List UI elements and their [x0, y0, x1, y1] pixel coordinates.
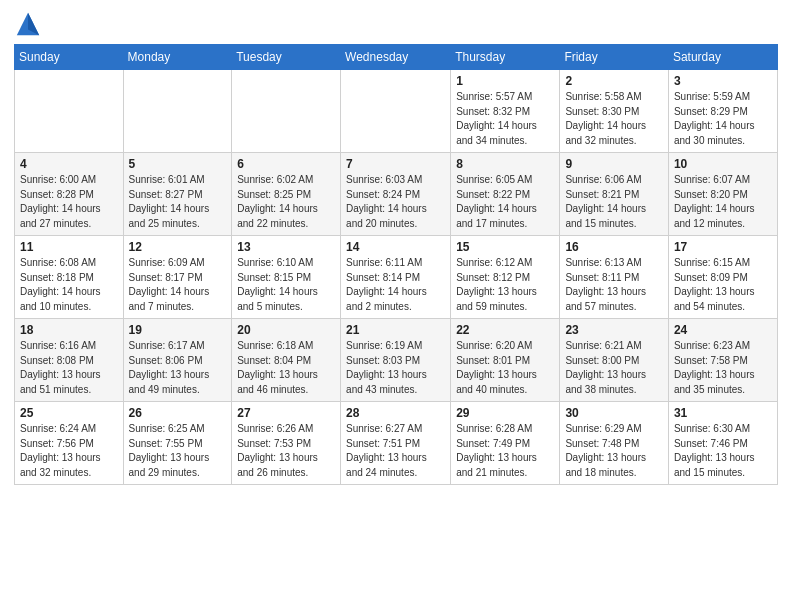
day-info: Sunrise: 5:59 AMSunset: 8:29 PMDaylight:… — [674, 90, 772, 148]
calendar-row-3: 18Sunrise: 6:16 AMSunset: 8:08 PMDayligh… — [15, 319, 778, 402]
day-number: 26 — [129, 406, 227, 420]
calendar-cell: 29Sunrise: 6:28 AMSunset: 7:49 PMDayligh… — [451, 402, 560, 485]
weekday-header-thursday: Thursday — [451, 45, 560, 70]
day-number: 7 — [346, 157, 445, 171]
day-info: Sunrise: 6:15 AMSunset: 8:09 PMDaylight:… — [674, 256, 772, 314]
day-info: Sunrise: 6:05 AMSunset: 8:22 PMDaylight:… — [456, 173, 554, 231]
calendar-cell: 10Sunrise: 6:07 AMSunset: 8:20 PMDayligh… — [668, 153, 777, 236]
day-number: 25 — [20, 406, 118, 420]
day-info: Sunrise: 5:57 AMSunset: 8:32 PMDaylight:… — [456, 90, 554, 148]
day-info: Sunrise: 6:26 AMSunset: 7:53 PMDaylight:… — [237, 422, 335, 480]
day-info: Sunrise: 6:07 AMSunset: 8:20 PMDaylight:… — [674, 173, 772, 231]
day-info: Sunrise: 6:23 AMSunset: 7:58 PMDaylight:… — [674, 339, 772, 397]
day-info: Sunrise: 6:30 AMSunset: 7:46 PMDaylight:… — [674, 422, 772, 480]
calendar-cell: 2Sunrise: 5:58 AMSunset: 8:30 PMDaylight… — [560, 70, 669, 153]
calendar-cell: 19Sunrise: 6:17 AMSunset: 8:06 PMDayligh… — [123, 319, 232, 402]
day-info: Sunrise: 6:08 AMSunset: 8:18 PMDaylight:… — [20, 256, 118, 314]
day-info: Sunrise: 6:19 AMSunset: 8:03 PMDaylight:… — [346, 339, 445, 397]
calendar-cell: 6Sunrise: 6:02 AMSunset: 8:25 PMDaylight… — [232, 153, 341, 236]
calendar-cell — [15, 70, 124, 153]
weekday-header-friday: Friday — [560, 45, 669, 70]
day-number: 21 — [346, 323, 445, 337]
day-info: Sunrise: 6:11 AMSunset: 8:14 PMDaylight:… — [346, 256, 445, 314]
day-info: Sunrise: 6:03 AMSunset: 8:24 PMDaylight:… — [346, 173, 445, 231]
calendar-cell: 8Sunrise: 6:05 AMSunset: 8:22 PMDaylight… — [451, 153, 560, 236]
calendar-cell: 17Sunrise: 6:15 AMSunset: 8:09 PMDayligh… — [668, 236, 777, 319]
day-number: 29 — [456, 406, 554, 420]
header — [14, 10, 778, 38]
weekday-header-row: SundayMondayTuesdayWednesdayThursdayFrid… — [15, 45, 778, 70]
calendar-cell: 25Sunrise: 6:24 AMSunset: 7:56 PMDayligh… — [15, 402, 124, 485]
day-info: Sunrise: 6:20 AMSunset: 8:01 PMDaylight:… — [456, 339, 554, 397]
calendar-cell: 9Sunrise: 6:06 AMSunset: 8:21 PMDaylight… — [560, 153, 669, 236]
day-number: 5 — [129, 157, 227, 171]
day-info: Sunrise: 6:27 AMSunset: 7:51 PMDaylight:… — [346, 422, 445, 480]
day-number: 1 — [456, 74, 554, 88]
day-number: 14 — [346, 240, 445, 254]
calendar-cell: 21Sunrise: 6:19 AMSunset: 8:03 PMDayligh… — [341, 319, 451, 402]
day-number: 3 — [674, 74, 772, 88]
day-number: 22 — [456, 323, 554, 337]
day-info: Sunrise: 6:17 AMSunset: 8:06 PMDaylight:… — [129, 339, 227, 397]
weekday-header-monday: Monday — [123, 45, 232, 70]
weekday-header-wednesday: Wednesday — [341, 45, 451, 70]
day-number: 4 — [20, 157, 118, 171]
calendar-cell: 28Sunrise: 6:27 AMSunset: 7:51 PMDayligh… — [341, 402, 451, 485]
day-info: Sunrise: 6:01 AMSunset: 8:27 PMDaylight:… — [129, 173, 227, 231]
calendar-cell: 11Sunrise: 6:08 AMSunset: 8:18 PMDayligh… — [15, 236, 124, 319]
day-info: Sunrise: 6:18 AMSunset: 8:04 PMDaylight:… — [237, 339, 335, 397]
day-info: Sunrise: 6:12 AMSunset: 8:12 PMDaylight:… — [456, 256, 554, 314]
calendar-cell: 30Sunrise: 6:29 AMSunset: 7:48 PMDayligh… — [560, 402, 669, 485]
generalblue-icon — [14, 10, 42, 38]
day-number: 20 — [237, 323, 335, 337]
weekday-header-tuesday: Tuesday — [232, 45, 341, 70]
day-number: 10 — [674, 157, 772, 171]
calendar-cell: 14Sunrise: 6:11 AMSunset: 8:14 PMDayligh… — [341, 236, 451, 319]
day-number: 2 — [565, 74, 663, 88]
day-info: Sunrise: 6:10 AMSunset: 8:15 PMDaylight:… — [237, 256, 335, 314]
calendar-cell: 15Sunrise: 6:12 AMSunset: 8:12 PMDayligh… — [451, 236, 560, 319]
calendar-cell: 26Sunrise: 6:25 AMSunset: 7:55 PMDayligh… — [123, 402, 232, 485]
day-number: 31 — [674, 406, 772, 420]
calendar-row-0: 1Sunrise: 5:57 AMSunset: 8:32 PMDaylight… — [15, 70, 778, 153]
calendar-row-4: 25Sunrise: 6:24 AMSunset: 7:56 PMDayligh… — [15, 402, 778, 485]
calendar-cell: 5Sunrise: 6:01 AMSunset: 8:27 PMDaylight… — [123, 153, 232, 236]
calendar-cell: 31Sunrise: 6:30 AMSunset: 7:46 PMDayligh… — [668, 402, 777, 485]
calendar: SundayMondayTuesdayWednesdayThursdayFrid… — [14, 44, 778, 485]
calendar-cell: 20Sunrise: 6:18 AMSunset: 8:04 PMDayligh… — [232, 319, 341, 402]
day-number: 8 — [456, 157, 554, 171]
page: SundayMondayTuesdayWednesdayThursdayFrid… — [0, 0, 792, 612]
day-number: 27 — [237, 406, 335, 420]
calendar-cell: 22Sunrise: 6:20 AMSunset: 8:01 PMDayligh… — [451, 319, 560, 402]
day-number: 23 — [565, 323, 663, 337]
day-number: 12 — [129, 240, 227, 254]
day-number: 16 — [565, 240, 663, 254]
calendar-cell: 16Sunrise: 6:13 AMSunset: 8:11 PMDayligh… — [560, 236, 669, 319]
weekday-header-saturday: Saturday — [668, 45, 777, 70]
day-info: Sunrise: 6:24 AMSunset: 7:56 PMDaylight:… — [20, 422, 118, 480]
logo — [14, 10, 46, 38]
calendar-row-2: 11Sunrise: 6:08 AMSunset: 8:18 PMDayligh… — [15, 236, 778, 319]
day-info: Sunrise: 5:58 AMSunset: 8:30 PMDaylight:… — [565, 90, 663, 148]
calendar-cell — [232, 70, 341, 153]
calendar-cell: 27Sunrise: 6:26 AMSunset: 7:53 PMDayligh… — [232, 402, 341, 485]
calendar-cell: 13Sunrise: 6:10 AMSunset: 8:15 PMDayligh… — [232, 236, 341, 319]
day-number: 13 — [237, 240, 335, 254]
calendar-cell: 18Sunrise: 6:16 AMSunset: 8:08 PMDayligh… — [15, 319, 124, 402]
calendar-cell: 4Sunrise: 6:00 AMSunset: 8:28 PMDaylight… — [15, 153, 124, 236]
calendar-cell: 12Sunrise: 6:09 AMSunset: 8:17 PMDayligh… — [123, 236, 232, 319]
day-info: Sunrise: 6:06 AMSunset: 8:21 PMDaylight:… — [565, 173, 663, 231]
day-number: 28 — [346, 406, 445, 420]
calendar-cell: 3Sunrise: 5:59 AMSunset: 8:29 PMDaylight… — [668, 70, 777, 153]
day-info: Sunrise: 6:02 AMSunset: 8:25 PMDaylight:… — [237, 173, 335, 231]
calendar-cell — [123, 70, 232, 153]
day-number: 24 — [674, 323, 772, 337]
day-number: 19 — [129, 323, 227, 337]
calendar-cell: 7Sunrise: 6:03 AMSunset: 8:24 PMDaylight… — [341, 153, 451, 236]
day-info: Sunrise: 6:09 AMSunset: 8:17 PMDaylight:… — [129, 256, 227, 314]
weekday-header-sunday: Sunday — [15, 45, 124, 70]
day-number: 9 — [565, 157, 663, 171]
calendar-cell: 24Sunrise: 6:23 AMSunset: 7:58 PMDayligh… — [668, 319, 777, 402]
day-info: Sunrise: 6:16 AMSunset: 8:08 PMDaylight:… — [20, 339, 118, 397]
day-info: Sunrise: 6:13 AMSunset: 8:11 PMDaylight:… — [565, 256, 663, 314]
